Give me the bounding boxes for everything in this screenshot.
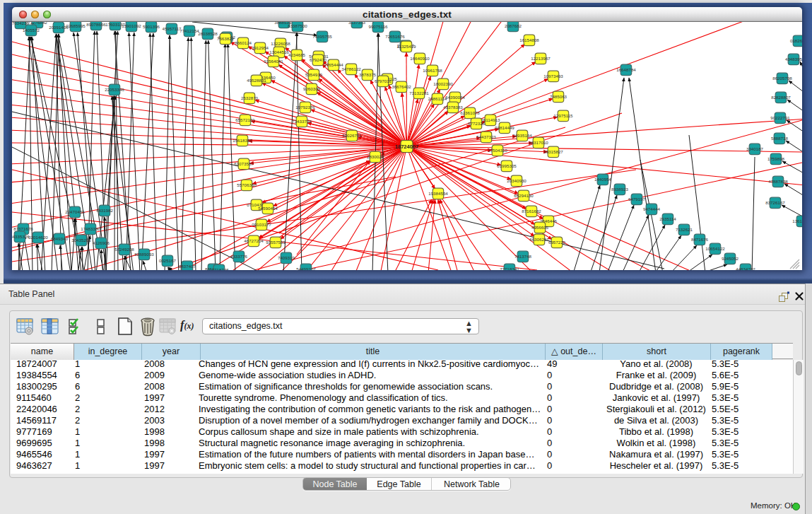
svg-text:20340930: 20340930 [507,178,526,183]
svg-text:17483380: 17483380 [81,226,100,231]
svg-text:46727204: 46727204 [244,238,264,243]
svg-text:5354930: 5354930 [305,72,323,77]
svg-text:83726167: 83726167 [765,200,785,205]
svg-text:72651676: 72651676 [385,34,405,39]
svg-text:0182633: 0182633 [790,38,802,43]
svg-text:73132281: 73132281 [409,90,429,95]
svg-text:27654444: 27654444 [324,62,343,67]
svg-text:15901092: 15901092 [122,23,141,28]
svg-text:47887838: 47887838 [768,179,788,184]
svg-text:13613412: 13613412 [792,218,802,223]
svg-text:2935114: 2935114 [659,216,676,221]
svg-text:18724007: 18724007 [395,144,418,150]
svg-text:2087682: 2087682 [505,23,522,28]
svg-text:10961768: 10961768 [423,68,442,73]
svg-text:5901396: 5901396 [143,24,160,29]
svg-text:4956605: 4956605 [531,225,549,230]
svg-text:0837407: 0837407 [179,264,196,269]
svg-text:7132621: 7132621 [676,227,693,232]
svg-text:12213967: 12213967 [531,56,551,61]
svg-text:63387500: 63387500 [288,23,307,28]
svg-text:37504310: 37504310 [488,148,507,153]
svg-text:82889093: 82889093 [134,252,154,257]
svg-text:49528831: 49528831 [247,78,266,83]
svg-text:22470455: 22470455 [65,209,85,214]
svg-text:82828807: 82828807 [771,95,791,100]
svg-text:3912954: 3912954 [252,45,269,50]
svg-text:16648784: 16648784 [616,67,636,72]
svg-text:2830028: 2830028 [367,154,384,159]
svg-text:9474444: 9474444 [643,206,661,211]
svg-text:34786122: 34786122 [341,66,361,71]
svg-text:45378383: 45378383 [443,105,463,110]
svg-text:10973493: 10973493 [543,74,563,78]
svg-text:89078666: 89078666 [86,22,106,27]
svg-text:7409319: 7409319 [278,255,295,260]
svg-text:99315827: 99315827 [543,149,563,154]
svg-text:3137353: 3137353 [348,22,366,25]
svg-text:7663822: 7663822 [217,36,235,41]
svg-text:55706360: 55706360 [237,182,257,187]
svg-text:87371678: 87371678 [13,226,33,231]
svg-text:6849340: 6849340 [51,236,69,241]
svg-text:44834782: 44834782 [736,267,755,270]
svg-text:1759898: 1759898 [767,156,785,161]
svg-text:1405572: 1405572 [23,28,40,33]
svg-text:16640910: 16640910 [410,56,430,61]
svg-text:91564041: 91564041 [264,59,283,64]
svg-text:02685995: 02685995 [66,23,86,28]
svg-text:8938923: 8938923 [611,187,629,192]
svg-text:45957117: 45957117 [162,26,182,31]
svg-text:13044516: 13044516 [269,49,289,54]
svg-text:24935164: 24935164 [512,133,532,138]
svg-text:04718746: 04718746 [209,267,229,270]
svg-text:65572101: 65572101 [235,117,255,122]
svg-text:88317010: 88317010 [529,140,548,145]
svg-text:60026751: 60026751 [342,133,362,138]
svg-text:9260309: 9260309 [303,86,321,91]
svg-text:64390084: 64390084 [445,95,465,100]
svg-text:6792470: 6792470 [310,57,327,62]
svg-text:4333776: 4333776 [230,254,248,259]
svg-text:62361078: 62361078 [460,110,480,115]
svg-text:8660124: 8660124 [235,40,252,45]
svg-text:5888718: 5888718 [771,136,789,141]
svg-text:12975115: 12975115 [553,113,573,118]
svg-text:3878375: 3878375 [359,72,377,77]
svg-text:4431982: 4431982 [96,208,114,213]
svg-text:93557591: 93557591 [266,240,286,245]
svg-text:6957220: 6957220 [548,240,566,245]
svg-text:57249208: 57249208 [114,247,134,252]
svg-text:09103177: 09103177 [252,222,271,227]
svg-text:16154808: 16154808 [519,37,539,42]
svg-text:15618365: 15618365 [233,138,252,143]
svg-text:73433734: 73433734 [292,119,312,124]
svg-text:3340187: 3340187 [746,146,764,151]
svg-text:2532870: 2532870 [241,95,259,100]
svg-text:01995305: 01995305 [497,163,517,168]
svg-text:8471676: 8471676 [691,237,709,242]
svg-text:30435205: 30435205 [71,238,91,243]
svg-text:28038528: 28038528 [198,31,218,36]
svg-text:7413748: 7413748 [514,254,532,259]
svg-text:77718341: 77718341 [500,267,519,270]
svg-text:1440954: 1440954 [594,177,612,182]
svg-text:4348395: 4348395 [785,57,802,62]
svg-text:24861114: 24861114 [428,96,447,101]
svg-text:10654122: 10654122 [705,246,725,251]
svg-text:61073587: 61073587 [234,161,254,166]
svg-text:6797016: 6797016 [375,78,392,83]
svg-text:54437323: 54437323 [476,134,496,139]
svg-text:11325419: 11325419 [396,44,416,49]
svg-text:36676402: 36676402 [392,84,411,89]
svg-text:54590454: 54590454 [258,206,278,211]
svg-text:6772326: 6772326 [468,121,486,126]
svg-text:0025167: 0025167 [159,258,177,263]
svg-text:7485063: 7485063 [550,94,567,99]
svg-text:93814449: 93814449 [495,125,514,130]
svg-text:4126906: 4126906 [93,240,110,245]
svg-text:84335326: 84335326 [12,234,30,239]
svg-text:87161682: 87161682 [522,209,541,214]
svg-text:65294130: 65294130 [514,193,534,198]
svg-text:9245052: 9245052 [722,256,739,261]
